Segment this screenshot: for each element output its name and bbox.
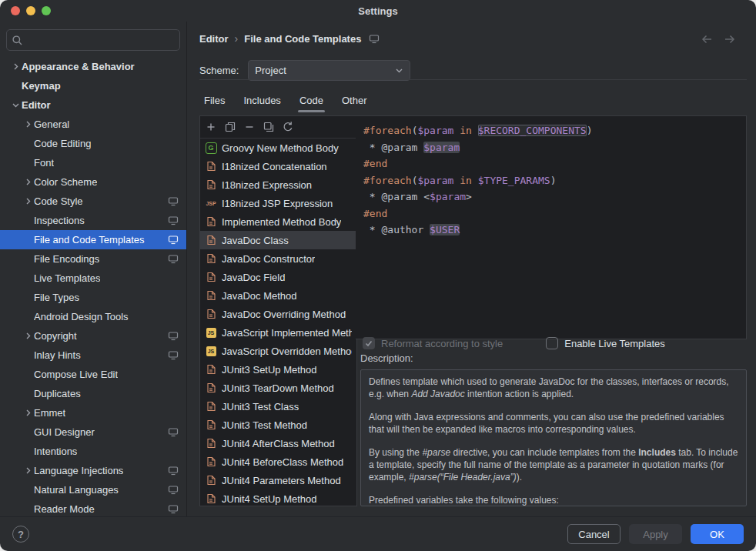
sidebar-item-reader-mode[interactable]: Reader Mode <box>0 499 186 517</box>
template-item-i18nized-expression[interactable]: I18nized Expression <box>200 175 356 194</box>
chevron-right-icon[interactable] <box>9 62 22 71</box>
duplicate-icon[interactable] <box>261 119 276 135</box>
help-button[interactable]: ? <box>12 526 29 543</box>
sidebar-item-natural-languages[interactable]: Natural Languages <box>0 480 186 499</box>
main-panel: Editor › File and Code Templates Scheme:… <box>187 22 756 517</box>
sidebar-item-font[interactable]: Font <box>0 153 186 172</box>
remove-icon[interactable] <box>242 119 257 135</box>
breadcrumb-editor[interactable]: Editor <box>199 33 229 45</box>
template-list-panel: GGroovy New Method BodyI18nized Concaten… <box>199 115 357 506</box>
template-item-groovy-new-method-body[interactable]: GGroovy New Method Body <box>200 139 356 157</box>
copy-icon[interactable] <box>222 119 238 135</box>
template-item-javascript-overridden-method-body[interactable]: JSJavaScript Overridden Method Body <box>200 342 356 360</box>
chevron-right-icon[interactable] <box>22 120 34 129</box>
sidebar-item-inspections[interactable]: Inspections <box>0 211 186 230</box>
chevron-right-icon[interactable] <box>22 466 34 475</box>
sidebar-item-label: Font <box>34 157 54 169</box>
sidebar-item-general[interactable]: General <box>0 115 186 134</box>
sidebar-item-file-types[interactable]: File Types <box>0 288 186 307</box>
sidebar-item-intentions[interactable]: Intentions <box>0 442 186 461</box>
template-item-label: I18nized Concatenation <box>222 161 327 172</box>
template-item-javadoc-class[interactable]: JavaDoc Class <box>200 231 356 249</box>
checkbox-checked-icon <box>363 337 375 349</box>
search-icon <box>12 35 23 46</box>
template-item-javadoc-method[interactable]: JavaDoc Method <box>200 286 356 305</box>
template-item-javadoc-constructor[interactable]: JavaDoc Constructor <box>200 249 356 268</box>
tab-code[interactable]: Code <box>298 89 325 111</box>
search-input[interactable] <box>27 34 175 47</box>
template-item-implemented-method-body[interactable]: Implemented Method Body <box>200 212 356 231</box>
template-item-junit3-test-method[interactable]: JUnit3 Test Method <box>200 416 356 434</box>
sidebar-item-language-injections[interactable]: Language Injections <box>0 461 186 480</box>
template-item-label: JUnit4 SetUp Method <box>222 493 317 505</box>
template-item-junit4-afterclass-method[interactable]: JUnit4 AfterClass Method <box>200 434 356 452</box>
description-text: Defines template which used to generate … <box>360 369 747 506</box>
template-item-javascript-implemented-method-body[interactable]: JSJavaScript Implemented Method Body <box>200 323 356 342</box>
chevron-right-icon[interactable] <box>22 409 34 417</box>
apply-button: Apply <box>629 524 682 544</box>
sidebar-item-file-encodings[interactable]: File Encodings <box>0 249 186 269</box>
sidebar-item-label: Color Scheme <box>34 176 97 188</box>
chevron-right-icon[interactable] <box>22 178 34 186</box>
close-button[interactable] <box>11 6 20 15</box>
sidebar-item-code-editing[interactable]: Code Editing <box>0 134 186 153</box>
revert-icon[interactable] <box>280 119 296 135</box>
template-editor[interactable]: #foreach($param in $RECORD_COMPONENTS) *… <box>356 115 747 339</box>
search-field[interactable] <box>6 29 180 51</box>
template-item-junit3-setup-method[interactable]: JUnit3 SetUp Method <box>200 360 356 379</box>
sidebar-item-file-and-code-templates[interactable]: File and Code Templates <box>0 230 186 249</box>
template-icon <box>205 272 217 282</box>
sidebar-item-copyright[interactable]: Copyright <box>0 326 186 346</box>
sidebar-item-editor[interactable]: Editor <box>0 95 186 115</box>
tab-files[interactable]: Files <box>202 89 226 111</box>
template-item-junit3-teardown-method[interactable]: JUnit3 TearDown Method <box>200 379 356 397</box>
scheme-select[interactable]: Project <box>248 60 410 81</box>
template-item-i18nized-concatenation[interactable]: I18nized Concatenation <box>200 157 356 175</box>
ok-button[interactable]: OK <box>691 524 744 544</box>
zoom-button[interactable] <box>42 6 51 15</box>
template-item-junit4-parameters-method[interactable]: JUnit4 Parameters Method <box>200 471 356 489</box>
chevron-right-icon[interactable] <box>22 197 34 205</box>
sidebar-item-label: Code Editing <box>34 138 91 149</box>
monitor-icon <box>369 34 380 44</box>
forward-arrow-icon[interactable] <box>724 34 736 45</box>
template-item-junit4-beforeclass-method[interactable]: JUnit4 BeforeClass Method <box>200 452 356 471</box>
monitor-icon <box>168 427 179 437</box>
template-item-javadoc-overriding-method[interactable]: JavaDoc Overriding Method <box>200 305 356 323</box>
sidebar-item-android-design-tools[interactable]: Android Design Tools <box>0 307 186 326</box>
tab-other[interactable]: Other <box>340 89 369 111</box>
sidebar-item-gui-designer[interactable]: GUI Designer <box>0 422 186 442</box>
sidebar-item-code-style[interactable]: Code Style <box>0 192 186 211</box>
add-icon[interactable] <box>203 119 219 135</box>
sidebar-item-emmet[interactable]: Emmet <box>0 403 186 422</box>
template-item-i18nized-jsp-expression[interactable]: JSPI18nized JSP Expression <box>200 194 356 212</box>
sidebar-item-compose-live-edit[interactable]: Compose Live Edit <box>0 365 186 384</box>
template-icon <box>205 456 217 467</box>
sidebar-item-color-scheme[interactable]: Color Scheme <box>0 172 186 192</box>
header-divider <box>199 79 747 80</box>
sidebar-item-label: General <box>34 119 69 130</box>
template-item-junit4-setup-method[interactable]: JUnit4 SetUp Method <box>200 489 356 506</box>
sidebar-item-live-templates[interactable]: Live Templates <box>0 269 186 288</box>
settings-window: Settings Appearance & BehaviorKeymapEdit… <box>0 0 756 551</box>
template-item-junit3-test-class[interactable]: JUnit3 Test Class <box>200 397 356 416</box>
template-item-javadoc-field[interactable]: JavaDoc Field <box>200 268 356 286</box>
sidebar-item-appearance-behavior[interactable]: Appearance & Behavior <box>0 57 186 76</box>
window-controls <box>11 6 51 15</box>
sidebar-item-label: Inlay Hints <box>34 349 81 361</box>
minimize-button[interactable] <box>26 6 35 15</box>
sidebar-item-duplicates[interactable]: Duplicates <box>0 384 186 403</box>
cancel-button[interactable]: Cancel <box>567 524 621 544</box>
code-line: * @author $USER <box>363 222 746 239</box>
back-arrow-icon[interactable] <box>701 34 713 45</box>
chevron-right-icon[interactable] <box>22 332 34 340</box>
chevron-down-icon[interactable] <box>9 101 22 109</box>
sidebar-item-keymap[interactable]: Keymap <box>0 76 186 95</box>
sidebar-item-inlay-hints[interactable]: Inlay Hints <box>0 346 186 365</box>
template-icon <box>205 364 217 375</box>
page-title: File and Code Templates <box>244 33 361 45</box>
history-nav <box>701 34 736 45</box>
enable-live-templates-checkbox[interactable]: Enable Live Templates <box>546 337 665 349</box>
sidebar-item-label: Natural Languages <box>34 484 119 496</box>
tab-includes[interactable]: Includes <box>242 89 282 111</box>
